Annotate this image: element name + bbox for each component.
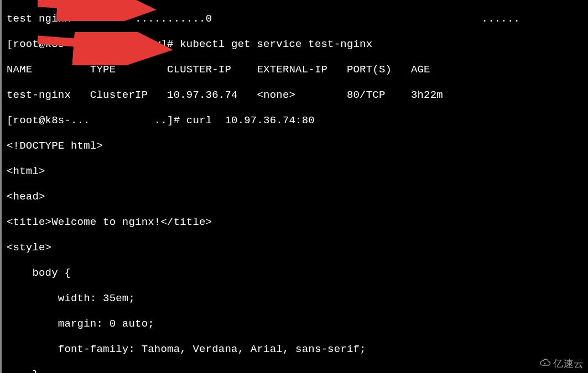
output-line: [root@k8s-... new]# kubectl get service … bbox=[7, 38, 588, 51]
output-line: <head> bbox=[7, 191, 588, 203]
output-line: } bbox=[7, 369, 588, 373]
output-line: [root@k8s-... ..]# curl 10.97.36.74:80 bbox=[7, 114, 588, 127]
output-line: body { bbox=[7, 267, 588, 280]
cloud-icon bbox=[539, 358, 551, 370]
output-line: test-nginx ClusterIP 10.97.36.74 <none> … bbox=[7, 89, 588, 102]
terminal-output[interactable]: test nginx ...........0 ...... [root@k8s… bbox=[7, 0, 588, 373]
output-line: <!DOCTYPE html> bbox=[7, 140, 588, 153]
output-line: NAME TYPE CLUSTER-IP EXTERNAL-IP PORT(S)… bbox=[7, 64, 588, 76]
output-line: <html> bbox=[7, 165, 588, 178]
output-line: test nginx ...........0 ...... bbox=[7, 13, 588, 25]
output-line: width: 35em; bbox=[7, 292, 588, 305]
watermark: 亿速云 bbox=[539, 358, 584, 370]
svg-point-4 bbox=[544, 363, 546, 365]
output-line: font-family: Tahoma, Verdana, Arial, san… bbox=[7, 343, 588, 356]
output-line: margin: 0 auto; bbox=[7, 318, 588, 330]
output-line: <title>Welcome to nginx!</title> bbox=[7, 216, 588, 229]
watermark-text: 亿速云 bbox=[553, 358, 584, 370]
output-line: <style> bbox=[7, 241, 588, 254]
